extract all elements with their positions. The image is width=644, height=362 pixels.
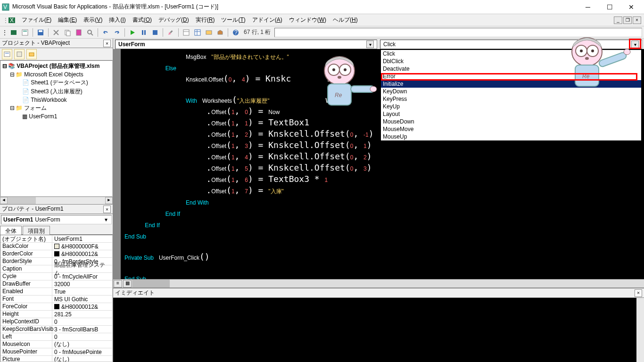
property-value[interactable]: 3 - fmScrollBarsB [52,326,112,333]
dropdown-item-click[interactable]: Click [381,50,641,58]
menu-addins[interactable]: アドイン(A) [249,15,285,25]
property-value[interactable]: 0 [52,333,112,340]
property-row[interactable]: HelpContextID0 [0,318,112,326]
object-combo[interactable]: UserForm ▾ [115,40,377,49]
properties-grid[interactable]: (オブジェクト名)UserForm1BackColor&H8000000F&Bo… [0,235,113,362]
scroll-left-arrow[interactable]: ◄ [0,197,8,204]
project-explorer-button[interactable] [181,27,191,38]
menu-format[interactable]: 書式(O) [130,15,155,25]
dropdown-item-deactivate[interactable]: Deactivate [381,65,641,73]
combo-drop-icon[interactable]: ▾ [103,216,109,223]
immediate-close-button[interactable]: × [635,289,642,297]
dropdown-item-mousemove[interactable]: MouseMove [381,125,641,133]
property-value[interactable]: MS UI Gothic [52,296,112,303]
property-value[interactable]: 0 - fmMousePointe [52,348,112,355]
property-value[interactable]: 32000 [52,280,112,288]
menu-view[interactable]: 表示(V) [81,15,105,25]
tree-folder-excel[interactable]: ⊟📁 Microsoft Excel Objects [1,71,111,78]
property-row[interactable]: Height281.25 [0,311,112,318]
property-row[interactable]: BorderColor&H80000012& [0,250,112,258]
dropdown-item-keypress[interactable]: KeyPress [381,95,641,103]
excel-icon[interactable]: X [8,16,16,25]
property-row[interactable]: MousePointer0 - fmMousePointe [0,348,112,356]
run-button[interactable] [127,27,138,38]
property-value[interactable]: UserForm1 [52,235,112,242]
save-button[interactable] [35,27,46,38]
property-row[interactable]: KeepScrollBarsVisib3 - fmScrollBarsB [0,326,112,333]
dropdown-item-layout[interactable]: Layout [381,110,641,118]
property-value[interactable]: &H80000012& [52,250,112,257]
menu-insert[interactable]: 挿入(I) [106,15,128,25]
property-value[interactable]: 0 - fmCycleAllFor [52,273,112,280]
tab-alphabetic[interactable]: 全体 [0,226,22,235]
object-browser-button[interactable] [204,27,214,38]
property-value[interactable]: 部品在庫管理システム [52,265,112,272]
property-row[interactable]: Cycle0 - fmCycleAllFor [0,273,112,280]
tree-userform1[interactable]: ▦ UserForm1 [1,113,111,120]
reset-button[interactable] [150,27,160,38]
property-row[interactable]: Picture(なし) [0,356,112,362]
undo-button[interactable] [100,27,111,38]
menu-tools[interactable]: ツール(T) [218,15,248,25]
property-value[interactable]: (なし) [52,356,112,362]
tree-folder-forms[interactable]: ⊟📁 フォーム [1,104,111,113]
minimize-button[interactable]: ─ [577,0,599,14]
dropdown-item-keyup[interactable]: KeyUp [381,103,641,110]
menubar-gripper[interactable]: ⋮ [3,17,7,24]
properties-object-combo[interactable]: UserForm1UserForm ▾ [1,215,112,224]
close-button[interactable]: ✕ [620,0,642,14]
toolbar-gripper[interactable]: ⋮ [2,29,8,36]
maximize-button[interactable]: ☐ [599,0,620,14]
procedure-dropdown[interactable]: ClickDblClickDeactivateErrorInitializeKe… [380,49,642,141]
help-button[interactable]: ? [231,27,241,38]
cut-button[interactable] [51,27,61,38]
procedure-view-button[interactable]: ≡ [114,280,122,288]
property-value[interactable]: 281.25 [52,311,112,318]
tree-sheet1[interactable]: 📄 Sheet1 (データベース) [1,78,111,87]
view-object-button[interactable] [14,49,25,59]
menu-window[interactable]: ウィンドウ(W) [286,15,329,25]
property-value[interactable]: True [52,288,112,295]
menu-debug[interactable]: デバッグ(D) [156,15,192,25]
properties-panel-close-button[interactable]: × [103,206,111,213]
immediate-body[interactable] [113,298,636,362]
immediate-vscroll[interactable] [636,298,644,362]
mdi-minimize-button[interactable]: _ [614,16,622,24]
tree-sheet3[interactable]: 📄 Sheet3 (入出庫履歴) [1,87,111,96]
procedure-combo[interactable]: Click ▾ ClickDblClickDeactivateErrorInit… [380,40,642,49]
property-value[interactable]: &H8000000F& [52,243,112,250]
menu-file[interactable]: ファイル(F) [19,15,54,25]
property-row[interactable]: MouseIcon(なし) [0,341,112,348]
tab-categorized[interactable]: 項目別 [23,226,50,235]
project-panel-close-button[interactable]: × [103,40,111,47]
property-row[interactable]: Left0 [0,333,112,341]
view-code-button[interactable] [2,49,12,59]
dropdown-item-dblclick[interactable]: DblClick [381,58,641,65]
dropdown-item-mouseup[interactable]: MouseUp [381,133,641,140]
view-excel-button[interactable] [8,27,19,38]
break-button[interactable] [139,27,149,38]
tree-thisworkbook[interactable]: 📄 ThisWorkbook [1,96,111,104]
dropdown-item-keydown[interactable]: KeyDown [381,88,641,95]
copy-button[interactable] [62,27,73,38]
insert-module-button[interactable] [20,27,30,38]
dropdown-item-mousedown[interactable]: MouseDown [381,118,641,125]
dropdown-item-initialize[interactable]: Initialize [381,80,641,88]
project-tree-hscroll[interactable]: ◄ ► [0,197,113,204]
property-value[interactable]: (なし) [52,341,112,348]
tree-project-root[interactable]: ⊟📚 VBAProject (部品在庫管理.xlsm [1,62,111,71]
property-value[interactable]: &H80000012& [52,303,112,310]
property-row[interactable]: ForeColor&H80000012& [0,303,112,311]
scroll-right-arrow[interactable]: ► [105,197,113,204]
menu-run[interactable]: 実行(R) [193,15,218,25]
object-combo-drop-icon[interactable]: ▾ [366,41,374,48]
toggle-folders-button[interactable] [26,49,37,59]
mdi-close-button[interactable]: × [633,16,641,24]
properties-button[interactable] [192,27,203,38]
mdi-restore-button[interactable]: ❐ [623,16,632,24]
menu-help[interactable]: ヘルプ(H) [330,15,361,25]
property-row[interactable]: EnabledTrue [0,288,112,296]
dropdown-item-error[interactable]: Error [381,73,641,80]
menu-edit[interactable]: 編集(E) [55,15,80,25]
find-button[interactable] [85,27,95,38]
